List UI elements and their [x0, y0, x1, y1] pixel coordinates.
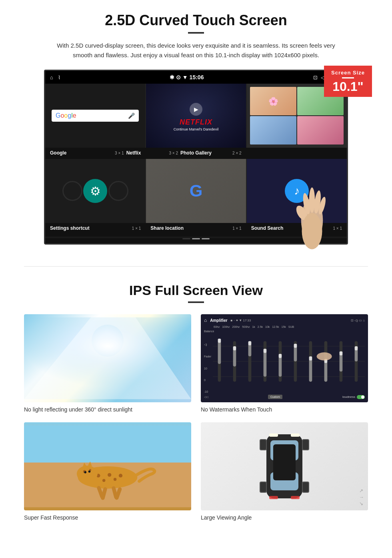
- screen-wrapper: Screen Size 10.1" ⌂ ⌇ ✱ ⊙ ▼ 15:06 ⊡: [44, 70, 348, 245]
- netflix-app-cell[interactable]: ▶ NETFLIX Continue Marvel's Daredevil: [146, 84, 246, 148]
- sound-search-label: Sound Search: [251, 225, 284, 231]
- ghost-circle-1: [62, 181, 82, 201]
- netflix-size: 3 × 2: [169, 151, 178, 155]
- svg-rect-40: [355, 349, 358, 361]
- app-grid: Google 🎤 ▶ NETFLIX Continue Marvel's Dar…: [45, 84, 347, 148]
- settings-size: 1 × 1: [132, 226, 141, 231]
- settings-app-cell[interactable]: ⚙: [45, 159, 145, 223]
- custom-btn[interactable]: Custom: [268, 395, 282, 399]
- google-size: 3 × 1: [115, 151, 124, 155]
- amp-header: ⌂ Amplifier ■ ·· ♥ ▼ 17:33 ⊡ ◁) ▭ ⌂: [204, 317, 365, 323]
- section2-title: IPS Full Screen View: [24, 283, 368, 298]
- label-db-zero: 0: [204, 379, 213, 381]
- netflix-logo: NETFLIX: [146, 118, 246, 126]
- svg-rect-31: [309, 359, 312, 382]
- amp-status: ■ ·· ♥ ▼ 17:33: [231, 319, 251, 322]
- section1-title: 2.5D Curved Touch Screen: [24, 12, 368, 29]
- share-location-label: Share location: [150, 225, 184, 231]
- sunlight-image: [24, 314, 191, 402]
- toggle-pill[interactable]: [357, 395, 365, 399]
- angle-arrow-3: ↘: [359, 501, 364, 506]
- camera-icon: ⊡: [313, 74, 318, 80]
- google-search-bar[interactable]: Google 🎤: [52, 110, 139, 122]
- features-grid: No light reflecting under 360° direct su…: [24, 314, 368, 521]
- gallery-size: 2 × 2: [232, 151, 242, 155]
- netflix-play-button[interactable]: ▶: [190, 103, 202, 116]
- mic-icon[interactable]: 🎤: [128, 112, 135, 119]
- netflix-content: ▶ NETFLIX Continue Marvel's Daredevil: [146, 100, 246, 131]
- location-icon: ⊙: [176, 74, 182, 80]
- svg-rect-71: [303, 440, 308, 450]
- svg-rect-22: [264, 351, 267, 377]
- slider-dot-2[interactable]: [192, 238, 200, 239]
- status-center: ✱ ⊙ ▼ 15:06: [60, 74, 313, 80]
- toggle-dot: [361, 395, 364, 399]
- status-left: ⌂ ⌇: [50, 74, 60, 80]
- gallery-thumb-4: [297, 116, 344, 145]
- google-app-cell[interactable]: Google 🎤: [45, 84, 145, 148]
- svg-rect-74: [269, 434, 278, 437]
- badge-label: Screen Size: [331, 70, 365, 76]
- google-label: Google: [50, 150, 66, 156]
- svg-rect-19: [248, 344, 252, 357]
- svg-rect-13: [218, 341, 221, 364]
- svg-rect-17: [233, 346, 236, 350]
- screen-size-badge: Screen Size 10.1": [324, 66, 372, 97]
- amp-side-labels: Balance ◁) Fader 10 0 -10: [204, 330, 213, 393]
- status-bar: ⌂ ⌇ ✱ ⊙ ▼ 15:06 ⊡ ◁) ⊠ ▭: [45, 71, 347, 84]
- share-location-cell[interactable]: G: [146, 159, 246, 223]
- svg-rect-37: [340, 354, 343, 371]
- section1-description: With 2.5D curved-display screen, this de…: [56, 41, 336, 60]
- cheetah-bg: [24, 422, 191, 510]
- amp-footer: ◁◁ Custom loudness: [204, 395, 365, 399]
- svg-rect-38: [340, 351, 343, 355]
- sunlight-caption: No light reflecting under 360° direct su…: [24, 406, 191, 413]
- google-label-group: Google 3 × 1 Netflix: [45, 150, 146, 156]
- google-logo: Google: [56, 112, 76, 119]
- car-caption: Large Viewing Angle: [201, 514, 368, 521]
- car-bg: ↗ → ↘: [201, 422, 368, 510]
- cheetah-image: [24, 422, 191, 510]
- bluetooth-icon: ✱: [170, 74, 174, 80]
- svg-rect-72: [260, 482, 266, 492]
- home-icon[interactable]: ⌂: [50, 74, 53, 80]
- svg-point-51: [77, 466, 98, 482]
- gallery-thumb-1: 🌸: [250, 87, 296, 115]
- angle-arrow-1: ↗: [359, 488, 364, 494]
- svg-rect-16: [233, 349, 236, 366]
- amplifier-image: ⌂ Amplifier ■ ·· ♥ ▼ 17:33 ⊡ ◁) ▭ ⌂ 60hz…: [201, 314, 368, 402]
- section-ips: IPS Full Screen View: [0, 279, 392, 533]
- badge-divider: [342, 77, 354, 78]
- title-underline-2: [188, 301, 204, 303]
- svg-point-56: [84, 471, 86, 474]
- svg-rect-75: [291, 434, 300, 437]
- loudness-toggle[interactable]: loudness: [342, 395, 365, 399]
- label-fader: Fader: [204, 355, 213, 358]
- slider-dot-3[interactable]: [202, 238, 210, 239]
- slider-dot-1[interactable]: [182, 238, 190, 239]
- loudness-label: loudness: [342, 395, 355, 399]
- section-curved-touch: 2.5D Curved Touch Screen With 2.5D curve…: [0, 0, 392, 254]
- svg-rect-76: [269, 496, 278, 499]
- label-volume: ◁): [204, 343, 213, 346]
- svg-rect-34: [324, 361, 328, 382]
- angle-arrow-2: →: [359, 494, 364, 500]
- feature-sunlight: No light reflecting under 360° direct su…: [24, 314, 191, 413]
- freq-labels: 60hz 100hz 200hz 500hz 1k 2.5k 10k 12.5k…: [214, 325, 365, 328]
- svg-rect-14: [218, 339, 221, 343]
- svg-rect-43: [24, 426, 191, 463]
- cheetah-svg: [24, 422, 191, 510]
- svg-point-48: [108, 473, 111, 477]
- time-display: 15:06: [190, 74, 204, 80]
- settings-label: Settings shortcut: [50, 225, 90, 231]
- angle-arrows: ↗ → ↘: [359, 488, 364, 506]
- feature-amplifier: ⌂ Amplifier ■ ·· ♥ ▼ 17:33 ⊡ ◁) ▭ ⌂ 60hz…: [201, 314, 368, 413]
- svg-rect-20: [248, 341, 252, 345]
- feature-car: ↗ → ↘ Large Viewing Angle: [201, 422, 368, 521]
- svg-point-42: [317, 352, 332, 360]
- svg-rect-41: [355, 346, 358, 350]
- sunlight-bg: [24, 314, 191, 402]
- label-balance: Balance: [204, 330, 213, 333]
- settings-label-group: Settings shortcut 1 × 1: [45, 225, 146, 231]
- amp-main: Balance ◁) Fader 10 0 -10: [204, 330, 365, 393]
